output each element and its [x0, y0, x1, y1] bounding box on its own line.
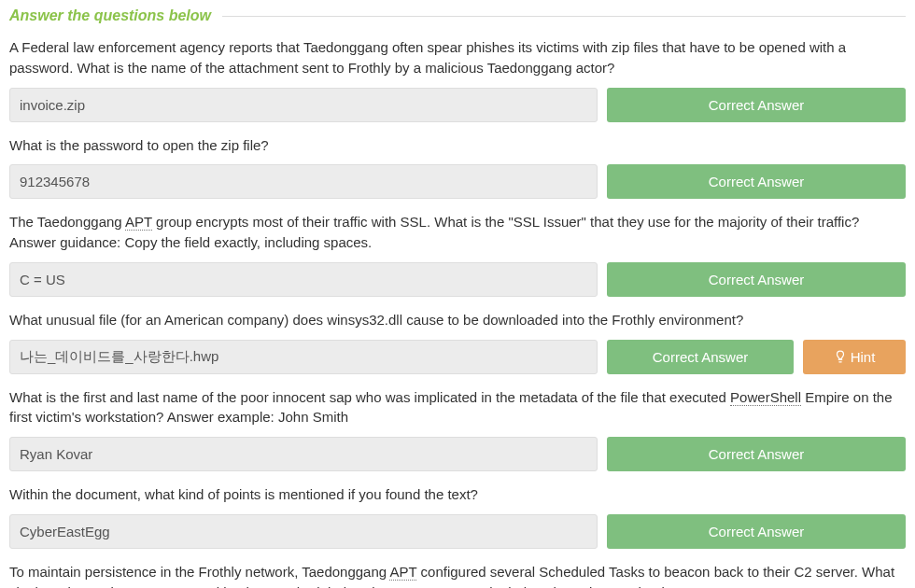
hint-button[interactable]: Hint [803, 340, 906, 374]
answer-row: Correct Answer [9, 88, 906, 122]
correct-answer-label: Correct Answer [709, 524, 805, 539]
question-text-part: A Federal law enforcement agency reports… [9, 39, 846, 76]
question-text: A Federal law enforcement agency reports… [9, 37, 906, 78]
section-header: Answer the questions below [9, 7, 906, 24]
correct-answer-button[interactable]: Correct Answer [607, 88, 906, 122]
correct-answer-label: Correct Answer [709, 272, 805, 287]
abbr-term: APT [389, 564, 416, 581]
question-text: Within the document, what kind of points… [9, 484, 906, 505]
answer-input[interactable] [9, 340, 598, 374]
abbr-term: APT [125, 214, 152, 231]
correct-answer-button[interactable]: Correct Answer [607, 514, 906, 549]
answer-row: Correct Answer [9, 262, 906, 297]
answer-row: Correct Answer [9, 164, 906, 199]
lightbulb-icon [834, 350, 845, 363]
answer-input[interactable] [9, 437, 598, 471]
answer-row: Correct Answer [9, 437, 906, 471]
correct-answer-label: Correct Answer [653, 349, 749, 365]
question-text: The Taedonggang APT group encrypts most … [9, 212, 906, 253]
question-text: To maintain persistence in the Frothly n… [9, 562, 906, 588]
answer-input[interactable] [9, 262, 598, 297]
answer-row: Correct Answer [9, 514, 906, 549]
correct-answer-button[interactable]: Correct Answer [607, 262, 906, 297]
question-text-part: What unusual file (for an American compa… [9, 312, 743, 328]
correct-answer-label: Correct Answer [709, 97, 805, 113]
question-text-part: To maintain persistence in the Frothly n… [9, 564, 389, 580]
question-text: What is the first and last name of the p… [9, 387, 906, 428]
section-title: Answer the questions below [9, 7, 222, 24]
question-text-part: Within the document, what kind of points… [9, 486, 478, 502]
question-text: What unusual file (for an American compa… [9, 310, 906, 330]
question-text-part: The Taedonggang [9, 214, 125, 230]
correct-answer-button[interactable]: Correct Answer [607, 437, 906, 471]
answer-input[interactable] [9, 88, 598, 122]
correct-answer-label: Correct Answer [709, 446, 805, 462]
question-text: What is the password to open the zip fil… [9, 135, 906, 156]
question-text-part: What is the first and last name of the p… [9, 389, 730, 405]
hint-label: Hint [851, 349, 876, 365]
abbr-term: PowerShell [730, 389, 801, 406]
answer-input[interactable] [9, 514, 598, 549]
correct-answer-label: Correct Answer [709, 174, 805, 189]
answer-row: Correct AnswerHint [9, 340, 906, 374]
questions-container: A Federal law enforcement agency reports… [9, 37, 906, 588]
correct-answer-button[interactable]: Correct Answer [607, 340, 794, 374]
answer-input[interactable] [9, 164, 598, 199]
divider [222, 16, 906, 17]
correct-answer-button[interactable]: Correct Answer [607, 164, 906, 199]
question-text-part: What is the password to open the zip fil… [9, 137, 269, 153]
